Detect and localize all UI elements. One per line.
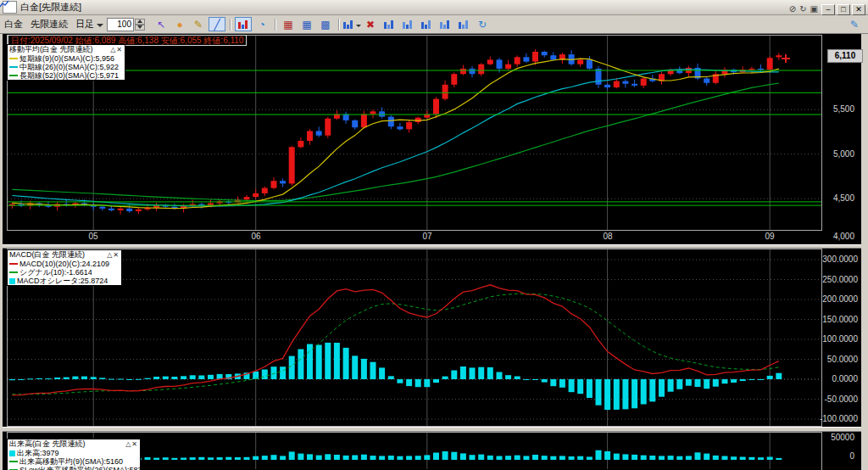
macd-swatch (9, 278, 15, 284)
volume-legend-row: 出来高:3979 (8, 449, 140, 457)
ma-swatch (9, 75, 18, 76)
month-label: 06 (249, 232, 263, 241)
macd-axis-label: 50.0000 (814, 355, 858, 364)
macd-swatch (9, 263, 18, 265)
volume-legend-label: 出来高:3979 (17, 449, 59, 457)
ma-legend-row: 長期線(52)(0)(SMA)(C):5,971 (8, 71, 125, 80)
volume-legend-row: 出来高移動平均(9)(SMA):5160 (8, 457, 140, 466)
macd-axis-label: 300.0000 (814, 255, 858, 264)
macd-legend-row: MACD(10)(20)(C):24.2109 (8, 260, 121, 268)
macd-axis-label: 100.0000 (814, 335, 858, 344)
macd-axis-label: 0.0000 (814, 375, 858, 383)
month-label: 08 (601, 232, 615, 241)
macd-legend-row: シグナル(10):-1.6614 (8, 268, 121, 277)
ma-legend[interactable]: 移動平均(白金 先限連続) △✕ 短期線(9)(0)(SMA)(C):5,956… (7, 44, 125, 81)
volume-legend[interactable]: 出来高(白金 先限連続) △✕ 出来高:3979出来高移動平均(9)(SMA):… (7, 439, 141, 470)
current-price-label: 6,110 (827, 49, 863, 63)
ma-swatch (9, 58, 18, 59)
volume-swatch (9, 450, 15, 456)
macd-axis-label: 200.0000 (814, 295, 858, 304)
price-axis-label: 4,500 (826, 194, 854, 203)
chart-canvas[interactable] (0, 0, 868, 470)
ma-legend-label: 中期線(26)(0)(SMA)(C):5,922 (19, 63, 119, 71)
ma-legend-row: 中期線(26)(0)(SMA)(C):5,922 (8, 63, 125, 71)
volume-legend-row: SLow出来高移動平均(26)(SMA):5833 (8, 466, 140, 470)
volume-axis-label: 0 (821, 452, 854, 461)
macd-axis-label: 250.0000 (814, 276, 858, 284)
macd-legend[interactable]: MACD(白金 先限連続) △✕ MACD(10)(20)(C):24.2109… (7, 249, 122, 286)
ma-legend-label: 長期線(52)(0)(SMA)(C):5,971 (19, 71, 119, 80)
ma-swatch (9, 66, 18, 68)
volume-axis-label: 50000 (821, 434, 854, 442)
macd-swatch (9, 271, 18, 273)
month-label: 07 (420, 232, 434, 241)
macd-axis-label: 150.0000 (814, 316, 858, 324)
legend-controls[interactable]: △✕ (110, 46, 123, 53)
macd-legend-label: MACDオシレータ:25.8724 (17, 277, 108, 285)
price-axis-bottom-label: 4,000 (826, 232, 854, 241)
ma-legend-row: 短期線(9)(0)(SMA)(C):5,956 (8, 54, 125, 63)
volume-legend-label: SLow出来高移動平均(26)(SMA):5833 (19, 466, 140, 470)
price-axis-label: 5,000 (826, 150, 854, 159)
macd-legend-label: シグナル(10):-1.6614 (19, 268, 92, 277)
legend-controls[interactable]: △✕ (125, 440, 138, 448)
volume-legend-label: 出来高移動平均(9)(SMA):5160 (19, 457, 123, 466)
month-label: 09 (763, 232, 776, 241)
volume-swatch (9, 461, 18, 462)
macd-legend-row: MACDオシレータ:25.8724 (8, 277, 121, 285)
macd-legend-label: MACD(10)(20)(C):24.2109 (19, 260, 109, 268)
macd-axis-label: -100.0000 (814, 415, 858, 423)
price-axis-label: 5,500 (826, 105, 854, 114)
macd-axis-label: -50.0000 (814, 395, 858, 404)
ma-legend-label: 短期線(9)(0)(SMA)(C):5,956 (19, 54, 114, 63)
legend-controls[interactable]: △✕ (107, 251, 120, 259)
month-label: 05 (86, 232, 100, 241)
